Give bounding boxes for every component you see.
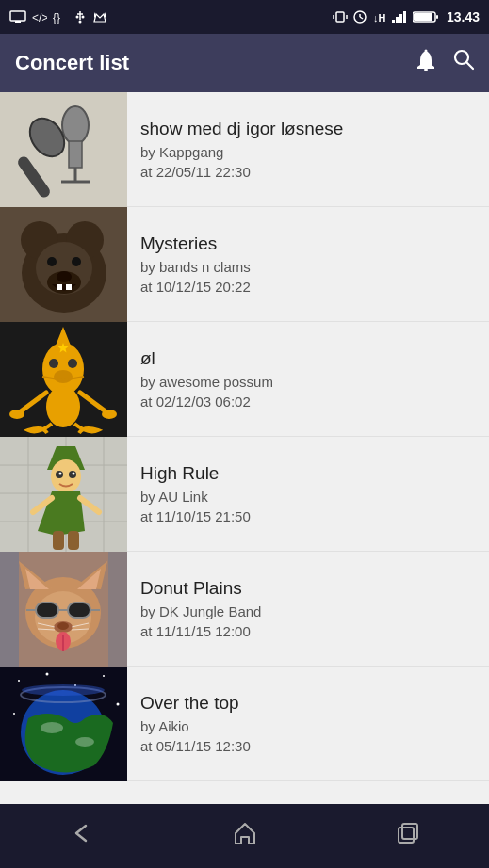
concert-info-5: Donut Plainsby DK Jungle Bandat 11/11/15… [127,552,489,666]
svg-rect-19 [392,20,395,23]
concert-date: at 22/05/11 22:30 [140,164,476,180]
svg-point-44 [72,257,81,266]
svg-point-7 [82,16,85,19]
list-item[interactable]: Donut Plainsby DK Jungle Bandat 11/11/15… [0,552,489,667]
vibrate-icon [332,10,349,24]
list-item[interactable]: Mysteriesby bands n clamsat 10/12/15 20:… [0,207,489,322]
svg-point-114 [75,737,94,747]
svg-point-74 [73,473,75,475]
svg-text:{}: {} [53,11,60,24]
svg-point-113 [41,722,63,733]
recent-apps-button[interactable] [395,820,421,853]
concert-date: at 11/11/15 12:00 [140,623,476,639]
code2-icon: {} [53,10,68,24]
screen-icon [9,10,26,24]
cat-icon [92,10,107,24]
concert-info-6: Over the topby Aikioat 05/11/15 12:30 [127,667,489,780]
svg-point-31 [62,106,89,144]
svg-point-6 [76,16,79,19]
concert-title: Over the top [140,693,476,715]
status-bar: </> {} ↓H [0,0,489,34]
concert-info-3: ølby awesome possumat 02/12/03 06:02 [127,322,489,436]
app-bar: Concert list [0,34,489,92]
concert-title: Donut Plains [140,578,476,600]
svg-point-70 [51,459,81,493]
concert-title: High Rule [140,463,476,485]
concert-image-6 [0,667,127,781]
concert-band: by Kappgang [140,144,476,160]
svg-point-8 [79,21,82,24]
svg-rect-88 [68,603,90,618]
svg-rect-116 [399,828,414,843]
svg-point-106 [103,675,105,677]
svg-point-51 [49,359,58,368]
svg-rect-87 [36,603,58,618]
svg-point-52 [68,359,77,368]
app-bar-actions [416,49,474,77]
concert-band: by Aikio [140,718,476,734]
svg-point-108 [117,703,120,706]
notification-bell-icon[interactable] [416,49,436,77]
concert-title: øl [140,348,476,370]
svg-point-104 [46,673,49,676]
concert-info-2: Mysteriesby bands n clamsat 10/12/15 20:… [127,207,489,321]
status-time: 13.43 [447,9,480,24]
svg-rect-32 [69,141,82,168]
svg-rect-1 [15,21,21,23]
concert-date: at 11/10/15 21:50 [140,508,476,524]
svg-marker-9 [94,14,106,22]
concert-date: at 10/12/15 20:22 [140,279,476,295]
concert-band: by DK Jungle Band [140,603,476,619]
svg-point-58 [9,410,24,419]
svg-rect-25 [436,15,438,19]
svg-point-56 [46,386,80,427]
concert-band: by AU Link [140,489,476,505]
svg-point-60 [102,410,117,419]
svg-rect-20 [396,17,399,23]
svg-point-107 [13,713,15,715]
svg-point-115 [22,684,105,696]
svg-rect-78 [53,531,64,550]
list-item[interactable]: ølby awesome possumat 02/12/03 06:02 [0,322,489,437]
concert-image-1 [0,92,127,207]
list-item[interactable]: Over the topby Aikioat 05/11/15 12:30 [0,667,489,781]
concert-info-4: High Ruleby AU Linkat 11/10/15 21:50 [127,437,489,551]
svg-rect-24 [414,13,432,21]
svg-rect-26 [424,69,428,71]
svg-line-29 [466,62,473,69]
concert-title: show med dj igor løsnese [140,119,476,140]
bottom-navigation [0,804,489,868]
clock-icon [352,10,367,24]
concert-image-5 [0,552,127,667]
svg-text:↓H: ↓H [373,12,386,24]
concert-band: by bands n clams [140,259,476,275]
signal-icon [392,10,409,24]
svg-point-27 [425,50,428,53]
code-icon: </> [32,10,47,24]
concert-title: Mysteries [140,233,476,255]
list-item[interactable]: High Ruleby AU Linkat 11/10/15 21:50 [0,437,489,552]
usb-icon [73,10,87,24]
svg-point-93 [57,622,69,630]
list-item[interactable]: show med dj igor løsneseby Kappgangat 22… [0,92,489,207]
svg-rect-117 [402,824,417,839]
concert-image-4 [0,437,127,552]
status-icons-right: ↓H 13.43 [332,9,480,24]
back-button[interactable] [69,820,95,853]
svg-rect-0 [10,11,25,21]
svg-point-103 [18,680,20,682]
svg-rect-22 [403,11,406,23]
svg-line-17 [360,17,363,19]
svg-point-53 [54,370,73,383]
svg-rect-12 [336,12,344,22]
app-title: Concert list [15,51,129,75]
download-icon: ↓H [371,10,388,24]
svg-point-73 [59,473,62,475]
search-icon[interactable] [453,49,474,77]
home-button[interactable] [232,820,258,853]
concert-date: at 05/11/15 12:30 [140,738,476,754]
concert-image-2 [0,207,127,322]
battery-icon [413,10,439,24]
concert-date: at 02/12/03 06:02 [140,394,476,410]
svg-rect-79 [68,531,79,550]
